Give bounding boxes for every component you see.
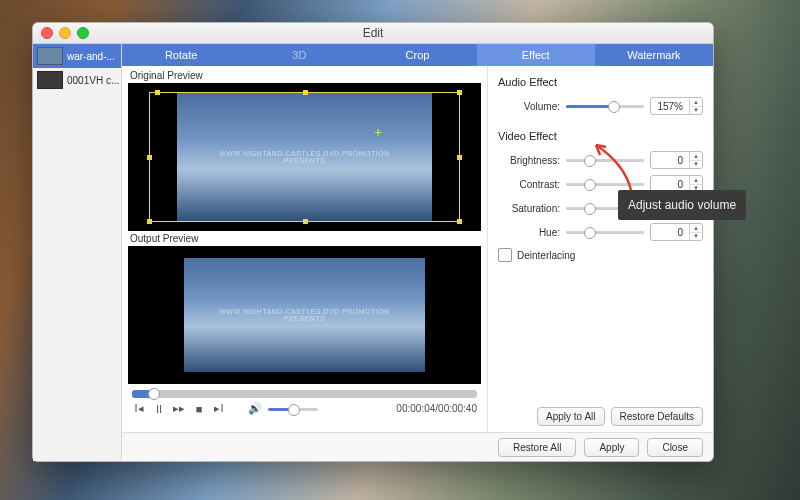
tab-3d[interactable]: 3D bbox=[240, 44, 358, 66]
tab-watermark[interactable]: Watermark bbox=[595, 44, 713, 66]
audio-effect-heading: Audio Effect bbox=[498, 76, 703, 88]
brightness-row: Brightness: 0▲▼ bbox=[498, 151, 703, 169]
sidebar-item-file-2[interactable]: 0001VH c... bbox=[33, 68, 121, 92]
hue-label: Hue: bbox=[498, 227, 560, 238]
tab-crop[interactable]: Crop bbox=[358, 44, 476, 66]
checkbox-icon[interactable] bbox=[498, 248, 512, 262]
titlebar[interactable]: Edit bbox=[33, 23, 713, 44]
tab-rotate[interactable]: Rotate bbox=[122, 44, 240, 66]
playback-controls: I◂ II ▸▸ ■ ▸I 🔊 00:00:04/00:00:40 bbox=[128, 402, 481, 417]
crosshair-icon: + bbox=[374, 124, 382, 140]
timeline-knob[interactable] bbox=[148, 388, 160, 400]
output-preview-label: Output Preview bbox=[130, 233, 481, 244]
file-thumb-icon bbox=[37, 71, 63, 89]
brightness-slider[interactable] bbox=[566, 155, 644, 165]
saturation-label: Saturation: bbox=[498, 203, 560, 214]
edit-tabs: Rotate 3D Crop Effect Watermark bbox=[122, 44, 713, 66]
restore-all-button[interactable]: Restore All bbox=[498, 438, 576, 457]
contrast-slider[interactable] bbox=[566, 179, 644, 189]
hue-stepper[interactable]: 0▲▼ bbox=[650, 223, 703, 241]
next-frame-icon[interactable]: ▸I bbox=[212, 402, 226, 415]
brightness-label: Brightness: bbox=[498, 155, 560, 166]
close-button[interactable]: Close bbox=[647, 438, 703, 457]
stop-icon[interactable]: ■ bbox=[192, 403, 206, 415]
volume-value: 157% bbox=[651, 101, 689, 112]
brightness-stepper[interactable]: 0▲▼ bbox=[650, 151, 703, 169]
volume-label: Volume: bbox=[498, 101, 560, 112]
tab-effect[interactable]: Effect bbox=[477, 44, 595, 66]
original-preview: WWW.NIGHTAND-CASTLES.DVD.PROMOTION PRESE… bbox=[128, 83, 481, 231]
effect-panel: Audio Effect Volume: 157% ▲▼ Video Eff bbox=[487, 66, 713, 432]
pause-icon[interactable]: II bbox=[152, 403, 166, 415]
sidebar-item-label: war-and-... bbox=[67, 51, 115, 62]
sidebar-item-file-1[interactable]: war-and-... bbox=[33, 44, 121, 68]
playback-time: 00:00:04/00:00:40 bbox=[396, 403, 477, 414]
contrast-label: Contrast: bbox=[498, 179, 560, 190]
edit-window: Edit war-and-... 0001VH c... Rotate 3D C… bbox=[32, 22, 714, 462]
file-sidebar: war-and-... 0001VH c... bbox=[33, 44, 122, 461]
volume-slider[interactable] bbox=[566, 101, 644, 111]
fast-forward-icon[interactable]: ▸▸ bbox=[172, 402, 186, 415]
video-effect-heading: Video Effect bbox=[498, 130, 703, 142]
hue-slider[interactable] bbox=[566, 227, 644, 237]
sidebar-item-label: 0001VH c... bbox=[67, 75, 119, 86]
output-preview: WWW.NIGHTAND-CASTLES.DVD.PROMOTION PRESE… bbox=[128, 246, 481, 384]
stepper-down-icon[interactable]: ▼ bbox=[690, 107, 702, 115]
apply-button[interactable]: Apply bbox=[584, 438, 639, 457]
restore-defaults-button[interactable]: Restore Defaults bbox=[611, 407, 703, 426]
hue-row: Hue: 0▲▼ bbox=[498, 223, 703, 241]
file-thumb-icon bbox=[37, 47, 63, 65]
prev-frame-icon[interactable]: I◂ bbox=[132, 402, 146, 415]
playback-volume-slider[interactable] bbox=[268, 404, 318, 414]
volume-stepper[interactable]: 157% ▲▼ bbox=[650, 97, 703, 115]
desktop-background: Edit war-and-... 0001VH c... Rotate 3D C… bbox=[0, 0, 800, 500]
original-preview-label: Original Preview bbox=[130, 70, 481, 81]
playback-timeline[interactable] bbox=[132, 390, 477, 398]
video-frame: WWW.NIGHTAND-CASTLES.DVD.PROMOTION PRESE… bbox=[184, 258, 424, 371]
deinterlacing-label: Deinterlacing bbox=[517, 250, 575, 261]
annotation-callout: Adjust audio volume bbox=[618, 190, 746, 220]
preview-column: Original Preview WWW.NIGHTAND-CASTLES.DV… bbox=[122, 66, 487, 432]
apply-to-all-button[interactable]: Apply to All bbox=[537, 407, 604, 426]
crop-rectangle[interactable] bbox=[149, 92, 460, 222]
bottom-bar: Restore All Apply Close bbox=[122, 432, 713, 461]
window-title: Edit bbox=[33, 26, 713, 40]
volume-icon[interactable]: 🔊 bbox=[248, 402, 262, 415]
volume-row: Volume: 157% ▲▼ bbox=[498, 97, 703, 115]
deinterlacing-checkbox[interactable]: Deinterlacing bbox=[498, 248, 703, 262]
stepper-up-icon[interactable]: ▲ bbox=[690, 98, 702, 107]
